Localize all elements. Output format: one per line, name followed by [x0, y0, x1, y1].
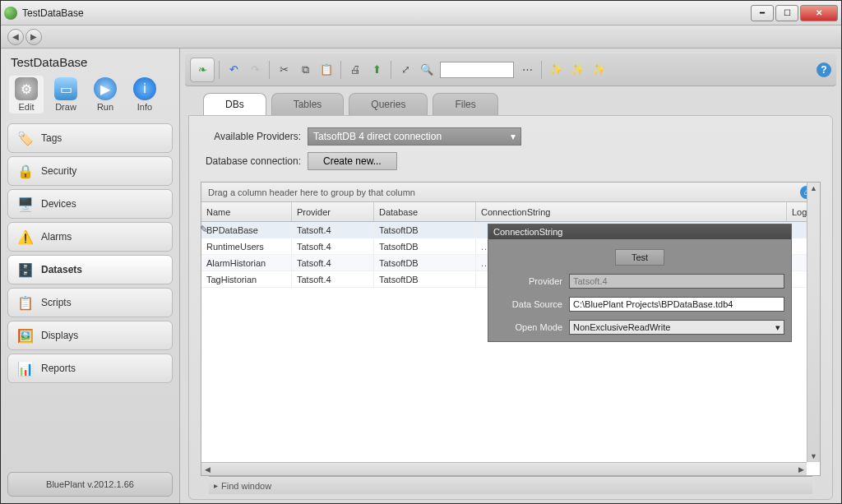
- print-button[interactable]: 🖨: [345, 60, 365, 80]
- cut-button[interactable]: ✂: [274, 60, 294, 80]
- mode-toolstrip: ⚙ Edit ▭ Draw ▶ Run i Info: [1, 74, 179, 118]
- tab-strip: DBs Tables Queries Files: [180, 86, 841, 115]
- info-icon: i: [133, 77, 156, 100]
- popup-provider-label: Provider: [495, 276, 569, 286]
- tab-files[interactable]: Files: [433, 93, 497, 115]
- column-database[interactable]: Database: [374, 202, 476, 221]
- popup-openmode-label: Open Mode: [495, 322, 569, 332]
- lock-icon: 🔒: [16, 162, 35, 180]
- window-title: TestDataBase: [22, 7, 751, 19]
- history-bar: ◀ ▶: [1, 25, 841, 49]
- nav-back-button[interactable]: ◀: [7, 29, 24, 45]
- grid-header: Name Provider Database ConnectionString …: [201, 202, 820, 222]
- settings-wand-button[interactable]: ✨: [567, 60, 587, 80]
- sidebar-item-datasets[interactable]: 🗄️Datasets: [7, 255, 173, 284]
- sidebar-item-displays[interactable]: 🖼️Displays: [7, 321, 173, 350]
- project-title: TestDataBase: [1, 52, 179, 74]
- tab-queries[interactable]: Queries: [349, 93, 428, 115]
- popup-provider-field: Tatsoft.4: [569, 274, 784, 289]
- column-name[interactable]: Name: [201, 202, 292, 221]
- report-icon: 📊: [16, 359, 35, 377]
- row-edit-icon: ✎: [200, 224, 208, 235]
- sidebar-item-reports[interactable]: 📊Reports: [7, 354, 173, 383]
- providers-dropdown[interactable]: TatsoftDB 4 direct connection ▾: [308, 127, 521, 146]
- scroll-left-icon[interactable]: ◀: [201, 463, 213, 475]
- main-toolbar: ❧ ↶ ↷ ✂ ⧉ 📋 🖨 ⬆ ⤢ 🔍 ⋯ ✨ ✨ ✨ ?: [185, 53, 836, 86]
- connection-label: Database connection:: [201, 155, 308, 167]
- copy-button[interactable]: ⧉: [295, 60, 315, 80]
- sidebar-item-alarms[interactable]: ⚠️Alarms: [7, 222, 173, 252]
- about-button[interactable]: BluePlant v.2012.1.66: [7, 472, 173, 497]
- content-area: ❧ ↶ ↷ ✂ ⧉ 📋 🖨 ⬆ ⤢ 🔍 ⋯ ✨ ✨ ✨ ?: [180, 49, 841, 503]
- tab-tables[interactable]: Tables: [271, 93, 345, 115]
- mode-draw[interactable]: ▭ Draw: [49, 76, 83, 113]
- sidebar-item-scripts[interactable]: 📋Scripts: [7, 288, 173, 317]
- paste-button[interactable]: 📋: [317, 60, 336, 80]
- tab-dbs[interactable]: DBs: [203, 93, 266, 115]
- create-new-button[interactable]: Create new...: [308, 152, 397, 170]
- mode-info[interactable]: i Info: [127, 76, 162, 113]
- gear-icon: ⚙: [15, 77, 38, 100]
- help-button[interactable]: ?: [817, 62, 831, 77]
- alarm-icon: ⚠️: [16, 228, 35, 246]
- wizard-button[interactable]: ✨: [546, 60, 566, 80]
- providers-label: Available Providers:: [201, 131, 308, 142]
- scroll-right-icon[interactable]: ▶: [795, 463, 807, 475]
- column-connectionstring[interactable]: ConnectionString: [476, 202, 787, 221]
- close-button[interactable]: ✕: [800, 5, 838, 21]
- scroll-up-icon[interactable]: ▲: [807, 183, 820, 194]
- device-icon: 🖥️: [16, 195, 35, 213]
- column-provider[interactable]: Provider: [292, 202, 374, 221]
- magic-wand-button[interactable]: ✨: [589, 60, 608, 80]
- group-by-bar[interactable]: Drag a column header here to group by th…: [201, 183, 820, 202]
- zoom-button[interactable]: 🔍: [417, 60, 437, 80]
- titlebar: TestDataBase ━ ☐ ✕: [1, 1, 841, 25]
- horizontal-scrollbar[interactable]: ◀ ▶: [201, 462, 807, 475]
- popup-openmode-dropdown[interactable]: NonExclusiveReadWrite ▾: [569, 320, 784, 335]
- sidebar-nav: 🏷️Tags 🔒Security 🖥️Devices ⚠️Alarms 🗄️Da…: [1, 118, 179, 465]
- search-more-button[interactable]: ⋯: [517, 60, 537, 80]
- scroll-down-icon[interactable]: ▼: [807, 451, 820, 462]
- popup-title: ConnectionString: [488, 224, 791, 239]
- database-icon: 🗄️: [16, 261, 35, 279]
- zoom-fit-button[interactable]: ⤢: [396, 60, 415, 80]
- leaf-icon[interactable]: ❧: [190, 58, 215, 82]
- export-button[interactable]: ⬆: [367, 60, 386, 80]
- popup-datasource-label: Data Source: [495, 299, 569, 309]
- sidebar: TestDataBase ⚙ Edit ▭ Draw ▶ Run i Info: [1, 49, 180, 503]
- nav-forward-button[interactable]: ▶: [25, 29, 42, 45]
- sidebar-item-devices[interactable]: 🖥️Devices: [7, 189, 173, 219]
- dbs-panel: Available Providers: TatsoftDB 4 direct …: [188, 115, 833, 500]
- app-window: TestDataBase ━ ☐ ✕ ◀ ▶ TestDataBase ⚙ Ed…: [0, 0, 842, 504]
- test-button[interactable]: Test: [615, 249, 664, 266]
- vertical-scrollbar[interactable]: ▲ ▼: [807, 183, 820, 462]
- redo-button[interactable]: ↷: [245, 60, 265, 80]
- app-icon: [4, 7, 17, 20]
- find-window-bar[interactable]: ▸ Find window: [209, 476, 812, 494]
- mode-edit[interactable]: ⚙ Edit: [9, 76, 44, 113]
- datagrid: ✎ Drag a column header here to group by …: [201, 182, 821, 476]
- chevron-down-icon: ▾: [511, 131, 516, 142]
- undo-button[interactable]: ↶: [224, 60, 243, 80]
- script-icon: 📋: [16, 294, 35, 312]
- search-input[interactable]: [440, 62, 514, 78]
- draw-icon: ▭: [54, 77, 77, 100]
- connectionstring-popup: ConnectionString Test Provider Tatsoft.4…: [488, 224, 792, 342]
- play-icon: ▶: [94, 77, 117, 100]
- popup-datasource-field[interactable]: C:\BluePlant Projects\BPDataBase.tdb4: [569, 297, 784, 312]
- sidebar-item-tags[interactable]: 🏷️Tags: [7, 123, 173, 153]
- display-icon: 🖼️: [16, 326, 35, 344]
- maximize-button[interactable]: ☐: [775, 5, 798, 21]
- chevron-down-icon: ▾: [775, 322, 780, 333]
- sidebar-item-security[interactable]: 🔒Security: [7, 156, 173, 186]
- mode-run[interactable]: ▶ Run: [88, 76, 123, 113]
- minimize-button[interactable]: ━: [751, 5, 774, 21]
- chevron-right-icon: ▸: [214, 481, 218, 490]
- tag-icon: 🏷️: [16, 129, 35, 147]
